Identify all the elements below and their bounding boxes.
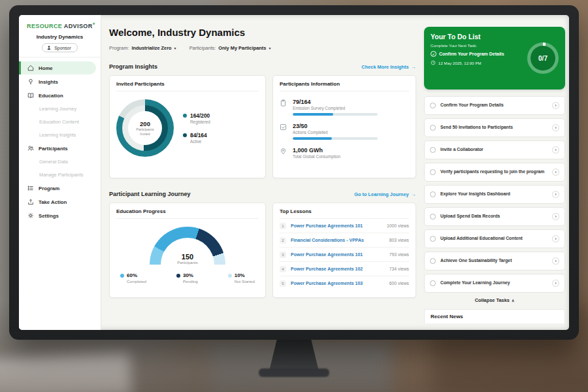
actions-progress-bar (293, 137, 378, 140)
sidebar-item-label: Education (39, 93, 63, 99)
task-checkbox[interactable] (430, 169, 436, 175)
task-row[interactable]: Achieve One Sustainability Target › (424, 252, 565, 270)
task-checkbox[interactable] (430, 147, 436, 153)
legend-value: 84/164 (190, 132, 207, 139)
progress-fill (293, 137, 332, 140)
legend-label: Pending (183, 279, 198, 284)
legend-pending: 30% Pending (176, 272, 198, 284)
lesson-link[interactable]: Financial Considerations - VPPAs (291, 238, 385, 242)
sidebar-item-learning-journey[interactable]: Learning Journey (19, 103, 101, 115)
filter-bar: Program: Industrialize Zero ▾ Participan… (109, 45, 416, 51)
gauge-legend: 60% Completed 30% Pending (120, 272, 255, 284)
task-label: Complete Your Learning Journey (440, 280, 547, 286)
task-row[interactable]: Upload Spend Data Records › (424, 207, 565, 226)
chevron-right-icon[interactable]: › (552, 213, 559, 220)
lesson-row[interactable]: 3 Power Purchase Agreements 101 793 view… (280, 248, 409, 262)
lesson-link[interactable]: Power Purchase Agreements 101 (291, 252, 385, 257)
monitor-bezel: RESOURCE ADVISOR+ Industry Dynamics Spon… (9, 5, 579, 340)
sidebar-item-general-data[interactable]: General Data (19, 155, 101, 168)
lesson-row[interactable]: 5 Power Purchase Agreements 103 600 view… (280, 276, 409, 290)
collapse-label: Collapse Tasks (475, 297, 510, 303)
todo-summary-card: Your To Do List Complete Your Next Task:… (424, 27, 565, 90)
chevron-right-icon[interactable]: › (552, 124, 559, 131)
legend-value: 164/200 (190, 112, 210, 119)
energy-pin-icon (280, 148, 287, 155)
legend-label: Active (190, 139, 207, 144)
task-row[interactable]: Verify participants requesting to join t… (424, 163, 565, 182)
sidebar-item-education[interactable]: Education (19, 89, 101, 102)
lesson-views: 793 views (389, 252, 409, 257)
sidebar-item-participants[interactable]: Participants (19, 142, 101, 155)
task-row[interactable]: Confirm Your Program Details › (424, 96, 565, 115)
sidebar-item-manage-participants[interactable]: Manage Participants (19, 169, 101, 181)
participants-dropdown[interactable]: Participants: Only My Participants ▾ (189, 45, 271, 51)
task-checkbox[interactable] (430, 236, 436, 242)
chevron-right-icon[interactable]: › (552, 280, 559, 287)
learning-journey-header: Participant Learning Journey Go to Learn… (109, 191, 416, 197)
stat-label: Emission Survey Completed (293, 106, 378, 110)
task-row[interactable]: Complete Your Learning Journey › (424, 274, 565, 293)
legend-label: Not Started (235, 279, 255, 284)
arrow-right-icon: → (412, 64, 416, 70)
task-checkbox[interactable] (430, 214, 436, 220)
task-row[interactable]: Upload Additional Educational Content › (424, 229, 565, 248)
lesson-row[interactable]: 2 Financial Considerations - VPPAs 803 v… (280, 233, 409, 248)
sidebar-item-learning-insights[interactable]: Learning Insights (19, 129, 101, 141)
sidebar-item-education-content[interactable]: Education Content (19, 116, 101, 128)
sidebar-item-label: General Data (39, 159, 68, 165)
participants-information-card: Participants Information 79/164 Emission… (272, 75, 416, 178)
lesson-link[interactable]: Power Purchase Agreements 102 (291, 267, 385, 271)
lesson-link[interactable]: Power Purchase Agreements 103 (291, 281, 385, 286)
program-dropdown[interactable]: Program: Industrialize Zero ▾ (109, 45, 176, 51)
task-checkbox[interactable] (430, 258, 436, 264)
lesson-link[interactable]: Power Purchase Agreements 101 (291, 223, 382, 228)
lesson-views: 1000 views (387, 223, 409, 228)
lesson-row[interactable]: 4 Power Purchase Agreements 102 734 view… (280, 262, 409, 276)
legend-pct: 10% (235, 272, 245, 278)
collapse-tasks-link[interactable]: Collapse Tasks∧ (424, 297, 565, 303)
sponsor-label: Sponsor (54, 46, 71, 50)
chevron-right-icon[interactable]: › (552, 169, 559, 176)
education-progress-card: Education Progress 150 Participants 60% (109, 203, 266, 298)
insights-cards: Invited Participants 200 Participants In… (109, 75, 416, 178)
task-label: Achieve One Sustainability Target (440, 258, 547, 264)
legend-pct: 30% (183, 272, 193, 278)
chevron-right-icon[interactable]: › (552, 235, 559, 242)
lesson-row[interactable]: 1 Power Purchase Agreements 101 1000 vie… (280, 219, 409, 233)
task-checkbox[interactable] (430, 280, 436, 286)
chevron-right-icon[interactable]: › (552, 146, 559, 154)
education-gauge-chart: 150 Participants (150, 227, 225, 265)
sidebar-item-take-action[interactable]: Take Action (19, 195, 101, 208)
sidebar-item-program[interactable]: Program (19, 182, 101, 195)
gauge-center: 150 Participants (150, 253, 225, 265)
sidebar-item-settings[interactable]: Settings (19, 209, 101, 222)
link-label: Go to Learning Journey (354, 191, 408, 197)
gear-icon (27, 212, 34, 219)
task-checkbox[interactable] (430, 191, 436, 197)
chevron-right-icon[interactable]: › (552, 102, 559, 109)
go-to-learning-journey-link[interactable]: Go to Learning Journey → (354, 191, 416, 197)
link-label: Check More Insights (361, 64, 408, 70)
task-label: Explore Your Insights Dashboard (440, 191, 547, 197)
top-lessons-card: Top Lessons 1 Power Purchase Agreements … (272, 203, 416, 298)
clipboard-icon (280, 99, 287, 106)
stat-global-consumption: 1,000 GWh Total Global Consumption (280, 147, 409, 159)
sponsor-badge: Sponsor (42, 43, 77, 52)
task-row[interactable]: Send 50 Invitations to Participants › (424, 118, 565, 137)
task-row[interactable]: Invite a Collaborator › (424, 140, 565, 159)
check-more-insights-link[interactable]: Check More Insights → (361, 64, 416, 70)
chevron-right-icon[interactable]: › (552, 191, 559, 198)
chevron-right-icon[interactable]: › (552, 257, 559, 265)
sidebar-item-home[interactable]: Home (19, 61, 96, 74)
participants-value: Only My Participants (218, 45, 266, 51)
sidebar-item-insights[interactable]: Insights (19, 75, 101, 88)
participants-label: Participants: (189, 45, 216, 51)
emission-progress-bar (293, 113, 378, 116)
stat-emission-survey: 79/164 Emission Survey Completed (280, 99, 409, 116)
task-checkbox[interactable] (430, 103, 436, 108)
invited-donut-chart: 200 Participants Invited (116, 99, 174, 157)
recent-news-header[interactable]: Recent News (424, 309, 565, 323)
task-row[interactable]: Explore Your Insights Dashboard › (424, 185, 565, 204)
task-checkbox[interactable] (430, 125, 436, 131)
stat-actions-completed: 23/50 Actions Completed (280, 123, 409, 140)
